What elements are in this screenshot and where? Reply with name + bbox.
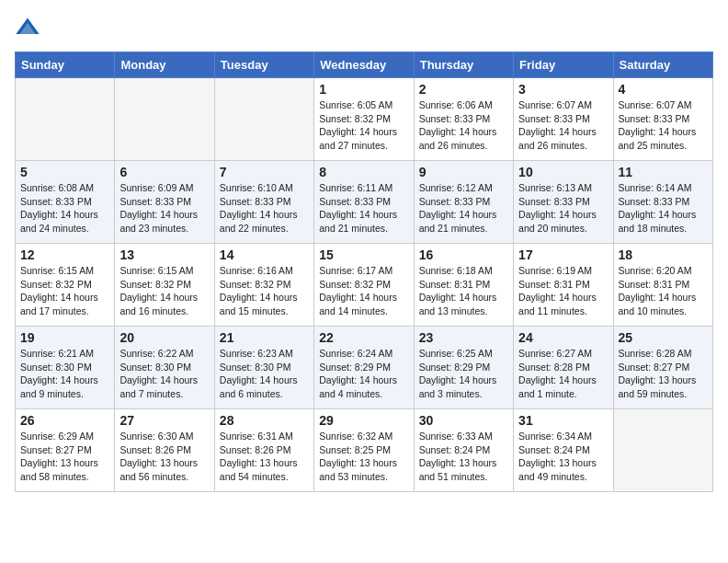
day-info: Sunrise: 6:21 AMSunset: 8:30 PMDaylight:… xyxy=(20,347,109,401)
calendar-week-row: 12Sunrise: 6:15 AMSunset: 8:32 PMDayligh… xyxy=(16,244,713,327)
calendar-cell: 24Sunrise: 6:27 AMSunset: 8:28 PMDayligh… xyxy=(514,327,613,409)
weekday-header: Wednesday xyxy=(314,52,414,78)
calendar-cell: 20Sunrise: 6:22 AMSunset: 8:30 PMDayligh… xyxy=(115,327,214,409)
day-info: Sunrise: 6:24 AMSunset: 8:29 PMDaylight:… xyxy=(319,347,408,401)
calendar-cell: 31Sunrise: 6:34 AMSunset: 8:24 PMDayligh… xyxy=(514,409,613,492)
day-number: 21 xyxy=(220,330,309,345)
day-number: 4 xyxy=(619,82,708,97)
calendar-cell: 1Sunrise: 6:05 AMSunset: 8:32 PMDaylight… xyxy=(314,78,414,161)
calendar-cell: 12Sunrise: 6:15 AMSunset: 8:32 PMDayligh… xyxy=(16,244,115,327)
day-info: Sunrise: 6:32 AMSunset: 8:25 PMDaylight:… xyxy=(319,430,408,484)
day-number: 19 xyxy=(20,330,109,345)
calendar-cell: 15Sunrise: 6:17 AMSunset: 8:32 PMDayligh… xyxy=(314,244,414,327)
weekday-header: Friday xyxy=(514,52,613,78)
weekday-header: Sunday xyxy=(16,52,115,78)
calendar-cell xyxy=(613,409,712,492)
calendar-cell: 22Sunrise: 6:24 AMSunset: 8:29 PMDayligh… xyxy=(314,327,414,409)
calendar-cell: 17Sunrise: 6:19 AMSunset: 8:31 PMDayligh… xyxy=(514,244,613,327)
calendar-cell: 13Sunrise: 6:15 AMSunset: 8:32 PMDayligh… xyxy=(115,244,214,327)
calendar-cell xyxy=(16,78,115,161)
calendar-cell: 6Sunrise: 6:09 AMSunset: 8:33 PMDaylight… xyxy=(115,161,214,244)
day-info: Sunrise: 6:18 AMSunset: 8:31 PMDaylight:… xyxy=(419,264,508,318)
weekday-header: Monday xyxy=(115,52,214,78)
day-info: Sunrise: 6:25 AMSunset: 8:29 PMDaylight:… xyxy=(419,347,508,401)
calendar-cell: 7Sunrise: 6:10 AMSunset: 8:33 PMDaylight… xyxy=(214,161,313,244)
day-number: 12 xyxy=(20,247,109,262)
day-number: 8 xyxy=(319,165,408,179)
day-info: Sunrise: 6:10 AMSunset: 8:33 PMDaylight:… xyxy=(220,181,309,236)
day-number: 22 xyxy=(319,330,408,345)
day-info: Sunrise: 6:15 AMSunset: 8:32 PMDaylight:… xyxy=(20,264,109,318)
calendar-cell: 11Sunrise: 6:14 AMSunset: 8:33 PMDayligh… xyxy=(613,161,712,244)
day-number: 5 xyxy=(20,165,109,179)
day-info: Sunrise: 6:33 AMSunset: 8:24 PMDaylight:… xyxy=(419,430,508,484)
calendar-cell: 14Sunrise: 6:16 AMSunset: 8:32 PMDayligh… xyxy=(214,244,313,327)
weekday-header-row: SundayMondayTuesdayWednesdayThursdayFrid… xyxy=(16,52,713,78)
day-info: Sunrise: 6:07 AMSunset: 8:33 PMDaylight:… xyxy=(518,98,608,153)
day-info: Sunrise: 6:31 AMSunset: 8:26 PMDaylight:… xyxy=(220,430,309,484)
day-number: 2 xyxy=(419,82,508,97)
day-number: 9 xyxy=(419,165,508,179)
day-number: 13 xyxy=(119,247,209,262)
calendar-cell: 25Sunrise: 6:28 AMSunset: 8:27 PMDayligh… xyxy=(613,327,712,409)
calendar-cell: 16Sunrise: 6:18 AMSunset: 8:31 PMDayligh… xyxy=(414,244,513,327)
day-info: Sunrise: 6:30 AMSunset: 8:26 PMDaylight:… xyxy=(119,430,209,484)
calendar-cell xyxy=(115,78,214,161)
day-number: 11 xyxy=(619,165,708,179)
day-number: 26 xyxy=(20,413,109,428)
calendar-cell: 26Sunrise: 6:29 AMSunset: 8:27 PMDayligh… xyxy=(16,409,115,492)
day-info: Sunrise: 6:17 AMSunset: 8:32 PMDaylight:… xyxy=(319,264,408,318)
day-number: 10 xyxy=(518,165,608,179)
day-number: 31 xyxy=(518,413,608,428)
calendar-cell: 18Sunrise: 6:20 AMSunset: 8:31 PMDayligh… xyxy=(613,244,712,327)
day-info: Sunrise: 6:07 AMSunset: 8:33 PMDaylight:… xyxy=(619,98,708,153)
day-number: 15 xyxy=(319,247,408,262)
day-number: 27 xyxy=(119,413,209,428)
day-info: Sunrise: 6:28 AMSunset: 8:27 PMDaylight:… xyxy=(619,347,708,401)
day-number: 28 xyxy=(220,413,309,428)
page-header xyxy=(15,15,713,40)
calendar-cell: 4Sunrise: 6:07 AMSunset: 8:33 PMDaylight… xyxy=(613,78,712,161)
day-info: Sunrise: 6:34 AMSunset: 8:24 PMDaylight:… xyxy=(518,430,608,484)
day-info: Sunrise: 6:11 AMSunset: 8:33 PMDaylight:… xyxy=(319,181,408,236)
calendar-week-row: 5Sunrise: 6:08 AMSunset: 8:33 PMDaylight… xyxy=(16,161,713,244)
day-info: Sunrise: 6:16 AMSunset: 8:32 PMDaylight:… xyxy=(220,264,309,318)
day-number: 23 xyxy=(419,330,508,345)
day-info: Sunrise: 6:23 AMSunset: 8:30 PMDaylight:… xyxy=(220,347,309,401)
day-number: 16 xyxy=(419,247,508,262)
calendar-cell: 21Sunrise: 6:23 AMSunset: 8:30 PMDayligh… xyxy=(214,327,313,409)
day-number: 20 xyxy=(119,330,209,345)
day-info: Sunrise: 6:05 AMSunset: 8:32 PMDaylight:… xyxy=(319,98,408,153)
calendar-table: SundayMondayTuesdayWednesdayThursdayFrid… xyxy=(15,52,713,492)
day-info: Sunrise: 6:20 AMSunset: 8:31 PMDaylight:… xyxy=(619,264,708,318)
calendar-cell: 23Sunrise: 6:25 AMSunset: 8:29 PMDayligh… xyxy=(414,327,513,409)
calendar-cell: 30Sunrise: 6:33 AMSunset: 8:24 PMDayligh… xyxy=(414,409,513,492)
weekday-header: Saturday xyxy=(613,52,712,78)
day-info: Sunrise: 6:06 AMSunset: 8:33 PMDaylight:… xyxy=(419,98,508,153)
day-number: 18 xyxy=(619,247,708,262)
day-number: 3 xyxy=(518,82,608,97)
day-number: 14 xyxy=(220,247,309,262)
calendar-cell: 19Sunrise: 6:21 AMSunset: 8:30 PMDayligh… xyxy=(16,327,115,409)
day-info: Sunrise: 6:12 AMSunset: 8:33 PMDaylight:… xyxy=(419,181,508,236)
day-number: 1 xyxy=(319,82,408,97)
calendar-cell: 8Sunrise: 6:11 AMSunset: 8:33 PMDaylight… xyxy=(314,161,414,244)
logo xyxy=(15,15,42,40)
day-info: Sunrise: 6:19 AMSunset: 8:31 PMDaylight:… xyxy=(518,264,608,318)
weekday-header: Tuesday xyxy=(214,52,313,78)
day-info: Sunrise: 6:13 AMSunset: 8:33 PMDaylight:… xyxy=(518,181,608,236)
day-info: Sunrise: 6:27 AMSunset: 8:28 PMDaylight:… xyxy=(518,347,608,401)
calendar-cell: 5Sunrise: 6:08 AMSunset: 8:33 PMDaylight… xyxy=(16,161,115,244)
day-number: 6 xyxy=(119,165,209,179)
day-number: 7 xyxy=(220,165,309,179)
day-info: Sunrise: 6:09 AMSunset: 8:33 PMDaylight:… xyxy=(119,181,209,236)
day-number: 25 xyxy=(619,330,708,345)
day-info: Sunrise: 6:15 AMSunset: 8:32 PMDaylight:… xyxy=(119,264,209,318)
calendar-week-row: 26Sunrise: 6:29 AMSunset: 8:27 PMDayligh… xyxy=(16,409,713,492)
calendar-cell: 2Sunrise: 6:06 AMSunset: 8:33 PMDaylight… xyxy=(414,78,513,161)
calendar-cell: 28Sunrise: 6:31 AMSunset: 8:26 PMDayligh… xyxy=(214,409,313,492)
calendar-cell: 10Sunrise: 6:13 AMSunset: 8:33 PMDayligh… xyxy=(514,161,613,244)
calendar-cell: 9Sunrise: 6:12 AMSunset: 8:33 PMDaylight… xyxy=(414,161,513,244)
day-number: 29 xyxy=(319,413,408,428)
day-number: 17 xyxy=(518,247,608,262)
